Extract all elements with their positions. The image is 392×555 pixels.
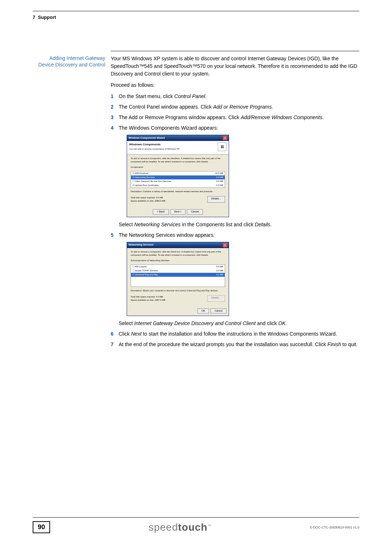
wizard-instructions: To add or remove a component, click the … [131, 157, 225, 163]
step-number: 5 [111, 231, 119, 328]
components-list[interactable]: ☑ MSN Explorer13.5 MB ☑ Networking Servi… [131, 171, 225, 188]
trademark-icon: ™ [208, 523, 212, 527]
description: Description: Allows your computer to dis… [131, 289, 225, 292]
intro-paragraph: Your MS Windows XP system is able to dis… [111, 55, 359, 78]
step-7: At the end of the procedure the wizard p… [119, 341, 359, 348]
step-3: The Add or Remove Programs window appear… [119, 114, 359, 121]
step-number: 7 [111, 341, 119, 348]
page-number: 90 [33, 521, 50, 533]
wizard-heading: Windows Components [129, 142, 180, 147]
step-4: The Windows Components Wizard appears: W… [119, 124, 359, 228]
close-icon[interactable]: × [223, 136, 227, 140]
next-button[interactable]: Next > [170, 209, 185, 215]
list-item[interactable]: ☐ RIP Listener0.0 MB [131, 265, 225, 269]
section-rule [111, 51, 359, 51]
close-icon[interactable]: × [223, 243, 227, 247]
document-id: E-DOC-CTC-20030814-0001 v1.0 [310, 526, 359, 529]
components-label: Components: [131, 166, 225, 169]
subcomponents-list[interactable]: ☐ RIP Listener0.0 MB ☐ Simple TCP/IP Ser… [131, 264, 225, 287]
dialog-title: Networking Services [128, 243, 154, 247]
description: Description: Contains a variety of speci… [131, 190, 225, 193]
ok-button[interactable]: OK [197, 308, 209, 314]
brand-logo: speedtouch™ [148, 522, 212, 533]
step-number: 6 [111, 330, 119, 338]
proceed-label: Proceed as follows: [111, 81, 359, 89]
cancel-button[interactable]: Cancel [187, 209, 203, 215]
networking-services-dialog: Networking Services × To add or remove a… [127, 242, 229, 316]
chapter-number: 7 [33, 15, 35, 20]
step-number: 2 [111, 103, 119, 111]
list-item[interactable]: ☑ Update Root Certificates0.0 MB [131, 183, 225, 187]
list-item[interactable]: ☑ Universal Plug and Play0.2 MB [131, 273, 225, 277]
page-header: 7 Support [33, 15, 56, 20]
back-button[interactable]: < Back [153, 209, 169, 215]
wizard-icon: 🖥 [218, 142, 226, 151]
step-number: 4 [111, 124, 119, 228]
dialog-title: Windows Components Wizard [128, 136, 165, 140]
step-5-followup: Select Internet Gateway Device Discovery… [119, 320, 359, 327]
step-number: 1 [111, 93, 119, 100]
cancel-button[interactable]: Cancel [211, 308, 226, 314]
list-item[interactable]: ☑ Networking Services0.3 MB [131, 175, 225, 179]
step-5: The Networking Services window appears: … [119, 231, 359, 328]
list-item[interactable]: ☐ Other Network File and Print Services0… [131, 179, 225, 183]
details-button: Details... [207, 295, 225, 302]
step-number: 3 [111, 114, 119, 121]
windows-components-wizard-dialog: Windows Components Wizard × Windows Comp… [127, 135, 229, 217]
list-item[interactable]: ☑ MSN Explorer13.5 MB [131, 171, 225, 175]
step-6: Click Next to start the installation and… [119, 330, 359, 338]
details-button[interactable]: Details... [207, 196, 225, 203]
header-rule [33, 11, 359, 11]
wizard-subtext: You can add or remove components of Wind… [129, 147, 180, 151]
chapter-title: Support [38, 15, 56, 20]
page-footer: 90 speedtouch™ E-DOC-CTC-20030814-0001 v… [33, 517, 359, 533]
step-4-followup: Select Networking Services in the Compon… [119, 221, 359, 228]
step-2: The Control Panel window appears. Click … [119, 103, 359, 111]
subcomponents-label: Subcomponents of Networking Services: [131, 259, 225, 262]
list-item[interactable]: ☐ Simple TCP/IP Services0.0 MB [131, 269, 225, 273]
wizard-instructions: To add or remove a component, click the … [131, 250, 225, 257]
step-1: On the Start menu, click Control Panel. [119, 93, 359, 100]
section-heading: Adding Internet Gateway Device Discovery… [33, 55, 111, 351]
